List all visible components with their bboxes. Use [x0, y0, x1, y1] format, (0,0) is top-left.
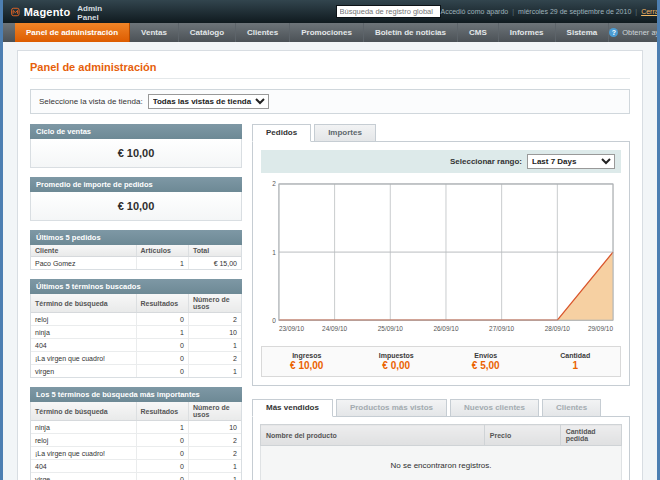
total-label: Ingresos	[262, 352, 352, 359]
last-orders-cell: € 15,00	[189, 257, 242, 270]
top-search-terms-table: Término de búsquedaResultadosNúmero de u…	[31, 402, 241, 480]
nav-tab-sistema[interactable]: Sistema	[556, 23, 610, 42]
top-search-row[interactable]: reloj02	[31, 434, 241, 447]
top-search-col-termino-de-busqueda: Término de búsqueda	[31, 402, 136, 421]
nav-tab-clientes[interactable]: Clientes	[236, 23, 290, 42]
svg-text:0: 0	[272, 317, 276, 324]
nav-tabs: Panel de administraciónVentasCatálogoCli…	[15, 23, 609, 42]
magento-logo-icon	[11, 5, 20, 19]
average-orders-box: Promedio de importe de pedidos € 10,00	[30, 177, 242, 221]
global-search-input[interactable]	[336, 5, 441, 18]
tab-mas-vendidos[interactable]: Más vendidos	[252, 399, 333, 417]
nav-tab-cms[interactable]: CMS	[458, 23, 499, 42]
top-search-row[interactable]: ¡La virgen que cuadro!02	[31, 447, 241, 460]
chart-panel: Seleccionar rango: Last 7 Days 23/09/102…	[252, 141, 630, 386]
total-value: € 10,00	[262, 360, 352, 371]
products-header-row: Nombre del productoPrecioCantidad pedida	[261, 425, 622, 446]
top-search-cell: 404	[31, 460, 136, 473]
top-search-cell: ninja	[31, 421, 136, 434]
last-search-row[interactable]: 40401	[31, 339, 241, 352]
top-search-cell: 2	[189, 434, 242, 447]
current-date: miércoles 29 de septiembre de 2010	[518, 8, 631, 15]
last-search-cell: 1	[136, 326, 189, 339]
content-wrapper: Panel de administración Seleccione la vi…	[17, 50, 643, 480]
tab-clientes: Clientes	[542, 399, 601, 417]
top-search-cell: 1	[189, 473, 242, 480]
last-orders-header-row: ClienteArtículosTotal	[31, 245, 241, 257]
top-search-row[interactable]: 40401	[31, 460, 241, 473]
top-search-row[interactable]: virge01	[31, 473, 241, 480]
products-table: Nombre del productoPrecioCantidad pedida…	[260, 424, 622, 480]
logged-in-as: Accedió como apardo	[441, 8, 509, 15]
last-search-row[interactable]: reloj02	[31, 313, 241, 326]
total-cantidad: Cantidad1	[531, 352, 621, 371]
products-col-precio: Precio	[484, 425, 560, 446]
svg-text:28/09/10: 28/09/10	[545, 325, 571, 332]
total-ingresos: Ingresos€ 10,00	[262, 352, 352, 371]
products-empty-row: No se encontraron registros.	[261, 446, 622, 480]
header-bar: Magento Admin Panel Accedió como apardo …	[3, 0, 657, 23]
nav-tab-promociones[interactable]: Promociones	[290, 23, 364, 42]
separator: |	[512, 8, 514, 15]
top-search-cell: ¡La virgen que cuadro!	[31, 447, 136, 460]
store-switcher: Seleccione la vista de tienda: Todas las…	[30, 89, 630, 114]
top-search-cell: 0	[136, 447, 189, 460]
nav-tab-informes[interactable]: Informes	[499, 23, 556, 42]
range-selector-bar: Seleccionar rango: Last 7 Days	[261, 150, 621, 173]
range-select[interactable]: Last 7 Days	[527, 154, 615, 169]
products-col-nombre-del-producto: Nombre del producto	[261, 425, 485, 446]
top-search-cell: 0	[136, 473, 189, 480]
range-label: Seleccionar rango:	[450, 157, 522, 166]
logout-link[interactable]: Cerrar Sesión	[641, 8, 660, 15]
tab-nuevos-clientes: Nuevos clientes	[450, 399, 539, 417]
last-search-row[interactable]: virgen01	[31, 365, 241, 378]
bottom-tabs: Más vendidosProductos más vistosNuevos c…	[252, 399, 630, 417]
products-grid-panel: Nombre del productoPrecioCantidad pedida…	[252, 416, 630, 480]
top-search-cell: 0	[136, 460, 189, 473]
lifetime-sales-title: Ciclo de ventas	[30, 124, 242, 139]
last-search-cell: 404	[31, 339, 136, 352]
page-title: Panel de administración	[30, 61, 630, 79]
main-navigation: Panel de administraciónVentasCatálogoCli…	[3, 23, 657, 42]
last-search-col-resultados: Resultados	[136, 294, 189, 313]
nav-tab-ventas[interactable]: Ventas	[130, 23, 179, 42]
top-search-cell: 2	[189, 447, 242, 460]
last-orders-cell: Paco Gomez	[31, 257, 136, 270]
top-search-cell: 10	[189, 421, 242, 434]
total-envios: Envíos€ 5,00	[441, 352, 531, 371]
tab-pedidos[interactable]: Pedidos	[252, 124, 311, 142]
average-orders-title: Promedio de importe de pedidos	[30, 177, 242, 192]
top-search-row[interactable]: ninja110	[31, 421, 241, 434]
top-search-cell: virge	[31, 473, 136, 480]
last-search-cell: ¡La virgen que cuadro!	[31, 352, 136, 365]
tab-importes[interactable]: Importes	[314, 124, 376, 142]
total-label: Cantidad	[531, 352, 621, 359]
last-search-row[interactable]: ¡La virgen que cuadro!02	[31, 352, 241, 365]
help-link[interactable]: ? Obtener ayuda para esta página	[609, 23, 660, 42]
last-search-cell: reloj	[31, 313, 136, 326]
last-search-cell: 1	[189, 339, 242, 352]
last-search-cell: ninja	[31, 326, 136, 339]
products-col-cantidad-pedida: Cantidad pedida	[560, 425, 621, 446]
last-orders-row[interactable]: Paco Gomez1€ 15,00	[31, 257, 241, 270]
svg-text:2: 2	[272, 180, 276, 187]
nav-tab-catalogo[interactable]: Catálogo	[179, 23, 236, 42]
nav-tab-panel-de-administracion[interactable]: Panel de administración	[15, 23, 130, 42]
lifetime-sales-value: € 10,00	[31, 139, 241, 167]
last-search-col-numero-de-usos: Número de usos	[189, 294, 242, 313]
average-orders-value: € 10,00	[31, 192, 241, 220]
svg-text:29/09/10: 29/09/10	[588, 325, 614, 332]
nav-tab-boletin-de-noticias[interactable]: Boletín de noticias	[364, 23, 458, 42]
last-orders-col-cliente: Cliente	[31, 245, 136, 257]
store-switcher-select[interactable]: Todas las vistas de tienda	[148, 94, 269, 109]
last-orders-table: ClienteArtículosTotalPaco Gomez1€ 15,00	[31, 245, 241, 269]
last-search-cell: 0	[136, 339, 189, 352]
total-label: Impuestos	[352, 352, 442, 359]
logo-text: Magento	[24, 6, 71, 18]
top-search-terms-title: Los 5 términos de búsqueda más important…	[30, 387, 242, 402]
top-search-header-row: Término de búsquedaResultadosNúmero de u…	[31, 402, 241, 421]
top-search-cell: 0	[136, 434, 189, 447]
last-search-row[interactable]: ninja110	[31, 326, 241, 339]
svg-text:26/09/10: 26/09/10	[433, 325, 459, 332]
svg-text:23/09/10: 23/09/10	[279, 325, 305, 332]
